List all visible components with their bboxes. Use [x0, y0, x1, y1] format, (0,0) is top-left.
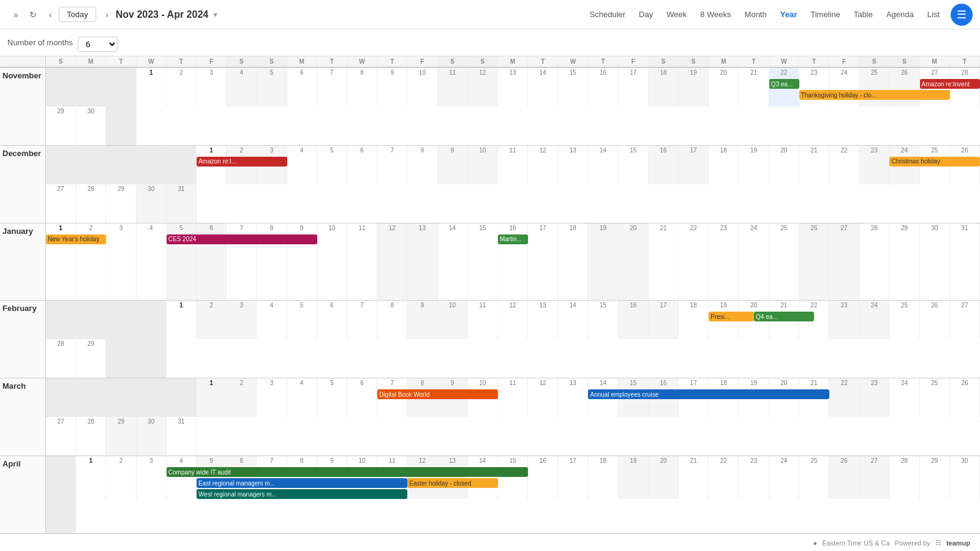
mar-day-12[interactable]: 12: [528, 378, 558, 417]
apr-day-28[interactable]: 28: [889, 456, 919, 498]
dec-day-19[interactable]: 19: [739, 146, 769, 184]
jan-day-26[interactable]: 26: [799, 223, 829, 301]
dec-day-16[interactable]: 16: [649, 146, 679, 184]
nov-day-4[interactable]: 4: [227, 68, 257, 107]
nov-day-15[interactable]: 15: [558, 68, 588, 107]
feb-day-9[interactable]: 9: [407, 301, 437, 339]
apr-day-20[interactable]: 20: [649, 456, 679, 498]
apr-day-27[interactable]: 27: [859, 456, 889, 498]
nov-day-1[interactable]: 1: [137, 68, 167, 107]
dec-day-6[interactable]: 6: [347, 146, 377, 184]
mar-day-13[interactable]: 13: [558, 378, 588, 417]
feb-day-12[interactable]: 12: [498, 301, 528, 339]
jan-day-22[interactable]: 22: [679, 223, 709, 301]
feb-day-27[interactable]: 27: [950, 301, 980, 339]
menu-button[interactable]: ☰: [951, 4, 973, 26]
feb-day-24[interactable]: 24: [859, 301, 889, 339]
feb-day-26[interactable]: 26: [920, 301, 950, 339]
apr-day-22[interactable]: 22: [709, 456, 739, 498]
dec-day-29[interactable]: 29: [106, 184, 136, 223]
mar-day-30[interactable]: 30: [137, 417, 167, 455]
mar-day-26[interactable]: 26: [950, 378, 980, 417]
dec-day-18[interactable]: 18: [709, 146, 739, 184]
dec-day-23[interactable]: 23: [859, 146, 889, 184]
dec-day-8[interactable]: 8: [407, 146, 437, 184]
dec-day-10[interactable]: 10: [468, 146, 498, 184]
apr-day-21[interactable]: 21: [679, 456, 709, 498]
feb-day-11[interactable]: 11: [468, 301, 498, 339]
nov-day-25[interactable]: 25: [859, 68, 889, 107]
apr-day-15[interactable]: 15: [498, 456, 528, 498]
tab-day[interactable]: Day: [633, 7, 659, 21]
apr-day-3[interactable]: 3: [137, 456, 167, 498]
apr-day-29[interactable]: 29: [920, 456, 950, 498]
feb-day-13[interactable]: 13: [528, 301, 558, 339]
event-christmas[interactable]: Christmas holiday: [889, 157, 980, 167]
mar-day-24[interactable]: 24: [889, 378, 919, 417]
prev-icon[interactable]: ‹: [42, 6, 59, 23]
jan-day-28[interactable]: 28: [859, 223, 889, 301]
jan-day-11[interactable]: 11: [347, 223, 377, 301]
nov-day-29[interactable]: 29: [46, 107, 76, 145]
tab-8weeks[interactable]: 8 Weeks: [694, 7, 737, 21]
jan-day-21[interactable]: 21: [649, 223, 679, 301]
event-ces[interactable]: CES 2024: [167, 234, 317, 244]
jan-day-17[interactable]: 17: [528, 223, 558, 301]
jan-day-20[interactable]: 20: [619, 223, 649, 301]
feb-day-7[interactable]: 7: [347, 301, 377, 339]
event-newyear[interactable]: New Year's holiday: [46, 234, 106, 244]
event-it-audit[interactable]: Company wide IT audit: [167, 467, 528, 477]
feb-day-25[interactable]: 25: [889, 301, 919, 339]
feb-day-8[interactable]: 8: [377, 301, 407, 339]
mar-day-6[interactable]: 6: [347, 378, 377, 417]
apr-day-13[interactable]: 13: [438, 456, 468, 498]
feb-day-16[interactable]: 16: [619, 301, 649, 339]
tab-month[interactable]: Month: [739, 7, 773, 21]
apr-day-25[interactable]: 25: [799, 456, 829, 498]
dec-day-17[interactable]: 17: [679, 146, 709, 184]
jan-day-15[interactable]: 15: [468, 223, 498, 301]
apr-day-12[interactable]: 12: [407, 456, 437, 498]
dec-day-13[interactable]: 13: [558, 146, 588, 184]
feb-day-23[interactable]: 23: [829, 301, 859, 339]
apr-day-4[interactable]: 4: [167, 456, 197, 498]
nov-day-30[interactable]: 30: [76, 107, 106, 145]
mar-day-11[interactable]: 11: [498, 378, 528, 417]
feb-day-1[interactable]: 1: [167, 301, 197, 339]
nov-day-14[interactable]: 14: [528, 68, 558, 107]
jan-day-12[interactable]: 12: [377, 223, 407, 301]
event-easter[interactable]: Easter holiday - closed: [407, 478, 498, 488]
feb-day-18[interactable]: 18: [679, 301, 709, 339]
mar-day-23[interactable]: 23: [859, 378, 889, 417]
tab-list[interactable]: List: [921, 7, 946, 21]
apr-day-18[interactable]: 18: [588, 456, 618, 498]
dec-day-4[interactable]: 4: [287, 146, 317, 184]
event-east-regional[interactable]: East regional managers m...: [197, 478, 407, 488]
feb-day-5[interactable]: 5: [287, 301, 317, 339]
nov-day-17[interactable]: 17: [619, 68, 649, 107]
apr-day-19[interactable]: 19: [619, 456, 649, 498]
dec-day-5[interactable]: 5: [317, 146, 347, 184]
jan-day-30[interactable]: 30: [920, 223, 950, 301]
dec-day-15[interactable]: 15: [619, 146, 649, 184]
event-q4-earnings[interactable]: Q4 ea...: [754, 312, 814, 321]
jan-day-29[interactable]: 29: [889, 223, 919, 301]
mar-day-25[interactable]: 25: [920, 378, 950, 417]
nov-day-11[interactable]: 11: [438, 68, 468, 107]
jan-day-18[interactable]: 18: [558, 223, 588, 301]
mar-day-5[interactable]: 5: [317, 378, 347, 417]
nov-day-19[interactable]: 19: [679, 68, 709, 107]
dec-day-21[interactable]: 21: [799, 146, 829, 184]
dec-day-30[interactable]: 30: [137, 184, 167, 223]
next-icon[interactable]: ›: [99, 6, 116, 23]
event-digital-book[interactable]: Digital Book World: [377, 389, 498, 399]
nov-day-3[interactable]: 3: [197, 68, 227, 107]
mar-day-1[interactable]: 1: [197, 378, 227, 417]
event-amazon-reinvent[interactable]: Amazon re:Invent: [920, 79, 980, 89]
nov-day-12[interactable]: 12: [468, 68, 498, 107]
feb-day-29[interactable]: 29: [76, 339, 106, 378]
feb-day-2[interactable]: 2: [197, 301, 227, 339]
feb-day-14[interactable]: 14: [558, 301, 588, 339]
dec-day-31[interactable]: 31: [167, 184, 197, 223]
tab-timeline[interactable]: Timeline: [804, 7, 846, 21]
